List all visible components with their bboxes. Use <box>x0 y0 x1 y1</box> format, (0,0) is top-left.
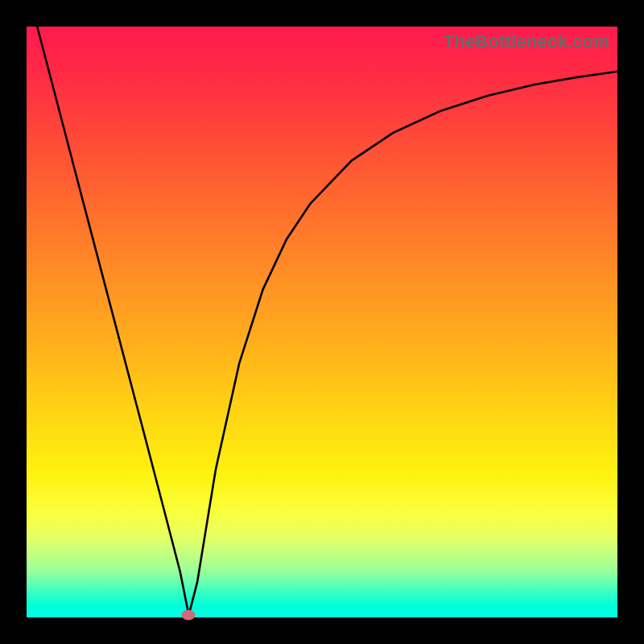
plot-area: TheBottleneck.com <box>27 27 617 617</box>
bottleneck-curve <box>37 27 617 615</box>
optimum-marker <box>182 610 196 621</box>
curve-layer <box>27 27 617 617</box>
chart-frame: TheBottleneck.com <box>0 0 644 644</box>
